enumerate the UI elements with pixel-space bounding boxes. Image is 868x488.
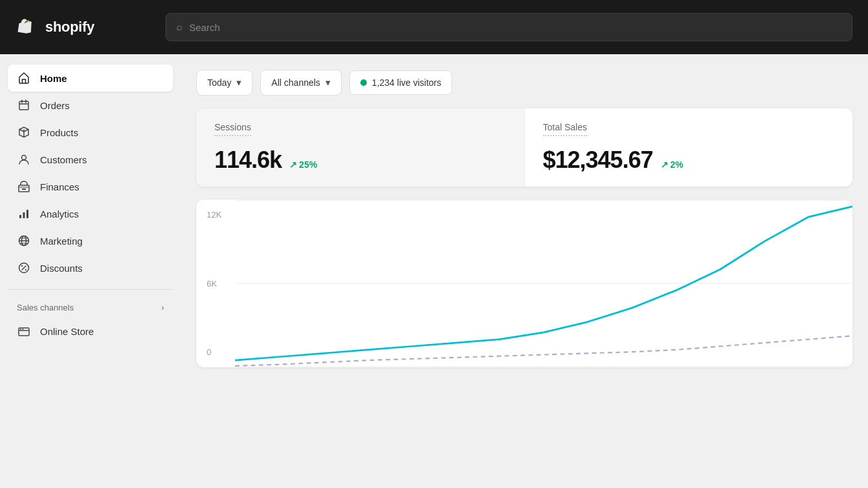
svg-point-11 [21,265,23,267]
chart-y-bottom: 0 [207,347,222,357]
today-chevron-icon: ▾ [236,77,242,88]
svg-rect-6 [23,212,25,218]
sales-channels-header[interactable]: Sales channels › [8,298,173,318]
svg-point-15 [23,329,24,330]
sidebar-item-home-label: Home [40,73,67,84]
nav-divider [8,289,173,290]
sidebar-item-finances[interactable]: Finances [8,173,173,200]
finances-icon [17,179,31,194]
products-icon [17,125,31,139]
line-chart [235,199,852,367]
sidebar-item-marketing-label: Marketing [40,236,83,247]
today-label: Today [207,77,231,88]
sidebar-item-finances-label: Finances [40,181,79,192]
total-sales-label: Total Sales [543,122,587,136]
sidebar-item-products[interactable]: Products [8,119,173,146]
topbar: shopify ⌕ Search [0,0,868,54]
online-store-icon [17,324,31,338]
live-dot-icon [360,79,367,86]
sidebar-item-online-store-label: Online Store [40,326,94,337]
sidebar-item-orders-label: Orders [40,100,70,111]
filters-row: Today ▾ All channels ▾ 1,234 live visito… [196,70,852,96]
today-filter-button[interactable]: Today ▾ [196,70,253,96]
svg-rect-4 [22,188,26,190]
logo-area: shopify [16,15,145,39]
chevron-right-icon: › [161,303,164,312]
total-sales-card: Total Sales $12,345.67 ↗ 2% [525,108,853,187]
search-placeholder: Search [189,22,220,33]
svg-point-14 [20,329,21,330]
shopify-logo-icon [16,15,39,39]
sidebar-item-customers-label: Customers [40,154,87,165]
sessions-change: ↗ 25% [289,159,317,170]
main-content: Today ▾ All channels ▾ 1,234 live visito… [181,54,868,488]
sidebar-item-online-store[interactable]: Online Store [8,318,173,345]
customers-icon [17,152,31,167]
chart-y-mid: 6K [207,279,222,289]
sidebar-item-discounts-label: Discounts [40,263,83,274]
analytics-icon [17,207,31,221]
sidebar-item-discounts[interactable]: Discounts [8,254,173,281]
svg-point-2 [22,156,26,160]
live-visitors-label: 1,234 live visitors [372,77,441,88]
sidebar-item-home[interactable]: Home [8,65,173,92]
sidebar-item-customers[interactable]: Customers [8,146,173,173]
sessions-change-value: 25% [299,159,317,170]
svg-rect-5 [19,215,21,218]
channels-label: All channels [271,77,320,88]
search-bar[interactable]: ⌕ Search [165,13,852,41]
svg-rect-7 [26,210,28,218]
svg-point-12 [25,269,26,270]
svg-rect-1 [19,101,28,110]
sales-channels-label: Sales channels [17,303,74,312]
channels-chevron-icon: ▾ [326,77,331,88]
total-sales-arrow-icon: ↗ [661,159,668,170]
channels-filter-button[interactable]: All channels ▾ [260,70,342,96]
live-visitors-badge: 1,234 live visitors [349,70,452,95]
sidebar-item-analytics[interactable]: Analytics [8,200,173,227]
sidebar-item-marketing[interactable]: Marketing [8,227,173,254]
chart-container: 12K 6K 0 [196,199,852,367]
chart-y-labels: 12K 6K 0 [207,210,222,357]
total-sales-value: $12,345.67 [543,147,653,174]
logo-text: shopify [45,19,94,36]
chart-svg-area [235,199,852,367]
total-sales-change-value: 2% [670,159,683,170]
total-sales-change: ↗ 2% [661,159,683,170]
sessions-card: Sessions 114.6k ↗ 25% [196,108,525,187]
discounts-icon [17,261,31,275]
sidebar-item-orders[interactable]: Orders [8,92,173,119]
stats-row: Sessions 114.6k ↗ 25% Total Sales $12,34… [196,108,852,187]
sidebar: Home Orders Products [0,54,181,488]
sidebar-item-analytics-label: Analytics [40,208,79,219]
chart-y-top: 12K [207,210,222,219]
sessions-label: Sessions [214,122,251,136]
marketing-icon [17,234,31,248]
orders-icon [17,98,31,112]
main-layout: Home Orders Products [0,54,868,488]
search-icon: ⌕ [176,21,183,33]
sidebar-item-products-label: Products [40,127,78,138]
home-icon [17,71,31,85]
sessions-arrow-icon: ↗ [289,159,297,170]
sessions-value: 114.6k [214,147,282,174]
